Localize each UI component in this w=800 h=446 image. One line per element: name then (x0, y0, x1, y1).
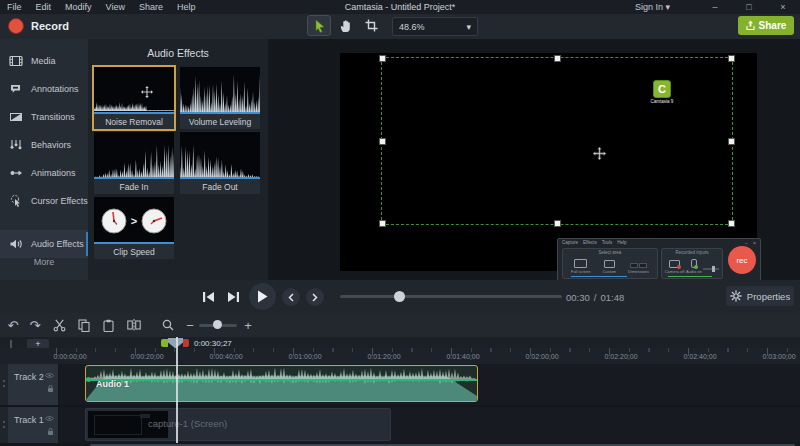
select-tool-button[interactable] (308, 16, 330, 35)
sidebar-item-audio-effects[interactable]: Audio Effects (0, 230, 88, 258)
paste-button[interactable] (98, 313, 118, 337)
behaviors-icon (9, 138, 23, 152)
step-forward-button[interactable] (223, 287, 243, 307)
sidebar-item-cursor-effects[interactable]: Cursor Effects (0, 187, 88, 215)
undo-button[interactable]: ↶ (3, 313, 23, 337)
effect-volume-leveling[interactable]: Volume Leveling (180, 67, 260, 129)
track-1-content[interactable]: capture-1 (Screen) (59, 407, 800, 443)
copy-button[interactable] (74, 313, 94, 337)
next-button[interactable] (306, 288, 324, 306)
transitions-icon (9, 110, 23, 124)
audio-effects-icon (9, 237, 23, 251)
in-point-marker[interactable] (161, 339, 168, 347)
effect-label: Noise Removal (94, 114, 174, 129)
menu-help[interactable]: Help (170, 0, 203, 14)
custom-area-icon (604, 260, 615, 268)
pan-tool-button[interactable] (334, 16, 356, 35)
effect-fade-out[interactable]: Fade Out (180, 132, 260, 194)
clip-label: capture-1 (Screen) (148, 418, 227, 429)
previous-button[interactable] (282, 288, 300, 306)
resize-handle-top-left[interactable] (379, 55, 386, 62)
sidebar-item-media[interactable]: Media (0, 47, 88, 75)
recorder-menu-help: Help (617, 240, 626, 245)
ruler-label: 0:03:00;00 (762, 353, 795, 360)
eye-icon[interactable] (45, 372, 54, 379)
menu-view[interactable]: View (99, 0, 132, 14)
hand-icon (339, 19, 352, 33)
track-drag-handle[interactable] (3, 380, 5, 382)
fade-handle[interactable] (86, 377, 91, 382)
crop-tool-button[interactable] (360, 16, 382, 35)
resize-handle-bottom-center[interactable] (554, 220, 561, 227)
menu-modify[interactable]: Modify (58, 0, 99, 14)
audio-waveform (86, 366, 476, 400)
clock-icon (100, 207, 128, 235)
resize-handle-bottom-left[interactable] (379, 220, 386, 227)
track-1-header[interactable]: Track 1 (8, 407, 59, 443)
eye-icon[interactable] (45, 415, 54, 422)
title-bar: File Edit Modify View Share Help Camtasi… (0, 0, 800, 14)
playhead-line[interactable] (176, 337, 178, 443)
copy-icon (78, 319, 90, 332)
timeline-ruler[interactable]: 0:00:00;00 0:00:20;00 0:00:40;00 0:01:00… (0, 348, 800, 365)
resize-handle-top-center[interactable] (554, 55, 561, 62)
cut-button[interactable] (49, 313, 69, 337)
menu-file[interactable]: File (0, 0, 29, 14)
out-point-marker[interactable] (183, 339, 189, 347)
track-2-header[interactable]: Track 2 (8, 364, 59, 405)
recorder-menu-tools: Tools (602, 240, 613, 245)
share-button[interactable]: Share (738, 16, 794, 35)
sign-in-button[interactable]: Sign In ▾ (635, 2, 670, 12)
sidebar-item-annotations[interactable]: Annotations (0, 75, 88, 103)
effect-clip-speed[interactable]: > Clip Speed (94, 197, 174, 259)
effect-noise-removal[interactable]: Noise Removal (94, 67, 174, 129)
sidebar-item-behaviors[interactable]: Behaviors (0, 131, 88, 159)
close-button[interactable]: × (766, 0, 800, 14)
playback-scrubber-thumb[interactable] (394, 291, 405, 302)
camtasia-app: File Edit Modify View Share Help Camtasi… (0, 0, 800, 446)
selection-region[interactable] (381, 57, 733, 225)
play-button[interactable] (249, 283, 276, 310)
resize-handle-mid-right[interactable] (728, 138, 735, 145)
step-back-button[interactable] (198, 287, 218, 307)
resize-handle-top-right[interactable] (728, 55, 735, 62)
timeline-zoom-button[interactable] (158, 313, 178, 337)
zoom-in-button[interactable]: + (238, 313, 258, 337)
timeline-zoom-thumb[interactable] (213, 320, 222, 329)
magnifier-icon (162, 319, 174, 331)
record-toolbar: Record 48.6% ▾ (0, 14, 800, 41)
canvas-area: C Camtasia 9 Capture Effects Tools Help … (268, 39, 800, 280)
volume-line[interactable] (86, 379, 477, 381)
maximize-button[interactable]: □ (732, 0, 766, 14)
camtasia-desktop-icon: C Camtasia 9 (645, 80, 679, 104)
redo-button[interactable]: ↷ (25, 313, 45, 337)
menu-edit[interactable]: Edit (29, 0, 59, 14)
screen-capture-clip[interactable]: capture-1 (Screen) (85, 408, 391, 441)
track-drag-handle[interactable] (3, 421, 5, 423)
zoom-out-button[interactable]: − (180, 313, 200, 337)
sidebar-item-animations[interactable]: Animations (0, 159, 88, 187)
resize-handle-bottom-right[interactable] (728, 220, 735, 227)
sidebar-more-button[interactable]: More (0, 257, 88, 267)
lock-icon[interactable] (47, 385, 54, 393)
lock-icon[interactable] (47, 428, 54, 436)
effect-fade-in[interactable]: Fade In (94, 132, 174, 194)
record-button[interactable]: Record (8, 18, 69, 34)
video-preview[interactable]: C Camtasia 9 Capture Effects Tools Help … (340, 53, 757, 271)
split-button[interactable] (124, 313, 144, 337)
audio-clip[interactable]: Audio 1 (85, 365, 478, 402)
playback-scrubber[interactable] (340, 295, 562, 298)
canvas-zoom-dropdown[interactable]: 48.6% ▾ (392, 17, 478, 36)
properties-button[interactable]: Properties (726, 286, 794, 306)
menu-share[interactable]: Share (132, 0, 170, 14)
recorder-window-controls: – × (745, 240, 758, 246)
resize-handle-mid-left[interactable] (379, 138, 386, 145)
current-time: 00:30 (566, 292, 590, 303)
move-cursor-icon (140, 85, 154, 99)
playhead-time-label: 0:00:30;27 (194, 339, 232, 348)
playback-bar: 00:30 / 01:48 Properties (0, 280, 800, 314)
track-2-content[interactable]: Audio 1 (59, 364, 800, 405)
clock-separator: > (131, 215, 137, 227)
sidebar-item-transitions[interactable]: Transitions (0, 103, 88, 131)
minimize-button[interactable]: – (698, 0, 732, 14)
